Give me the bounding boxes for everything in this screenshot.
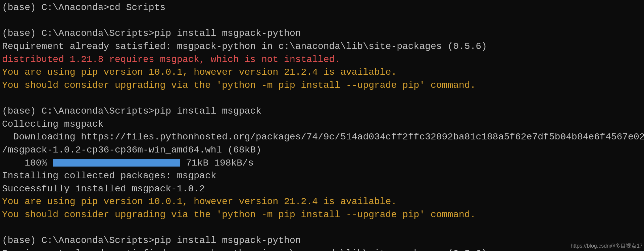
line-1: (base) C:\Anaconda>cd Scripts	[2, 1, 642, 14]
line-2	[2, 14, 642, 27]
line-14: Installing collected packages: msgpack	[2, 170, 642, 183]
progress-speed: 71kB 198kB/s	[186, 158, 254, 168]
line-4: Requirement already satisfied: msgpack-p…	[2, 40, 642, 53]
line-20: Requirement already satisfied: msgpack-p…	[2, 247, 642, 251]
line-15: Successfully installed msgpack-1.0.2	[2, 183, 642, 196]
line-16: You are using pip version 10.0.1, howeve…	[2, 195, 642, 208]
terminal-window: (base) C:\Anaconda>cd Scripts (base) C:\…	[0, 0, 644, 251]
progress-percent: 100%	[24, 158, 47, 168]
line-18	[2, 222, 642, 235]
progress-bar	[53, 159, 180, 167]
line-13-progress: 100% 71kB 198kB/s	[2, 157, 642, 170]
line-10: Collecting msgpack	[2, 118, 642, 131]
line-3: (base) C:\Anaconda\Scripts>pip install m…	[2, 27, 642, 40]
line-11: Downloading https://files.pythonhosted.o…	[2, 131, 642, 144]
line-17: You should consider upgrading via the 'p…	[2, 208, 642, 222]
line-9: (base) C:\Anaconda\Scripts>pip install m…	[2, 105, 642, 118]
line-5: distributed 1.21.8 requires msgpack, whi…	[2, 53, 642, 66]
line-12: /msgpack-1.0.2-cp36-cp36m-win_amd64.whl …	[2, 144, 642, 157]
line-7: You should consider upgrading via the 'p…	[2, 79, 642, 92]
line-19: (base) C:\Anaconda\Scripts>pip install m…	[2, 234, 642, 247]
line-8	[2, 92, 642, 105]
watermark: https://blog.csdn@多目视点17	[571, 242, 643, 250]
line-6: You are using pip version 10.0.1, howeve…	[2, 66, 642, 79]
